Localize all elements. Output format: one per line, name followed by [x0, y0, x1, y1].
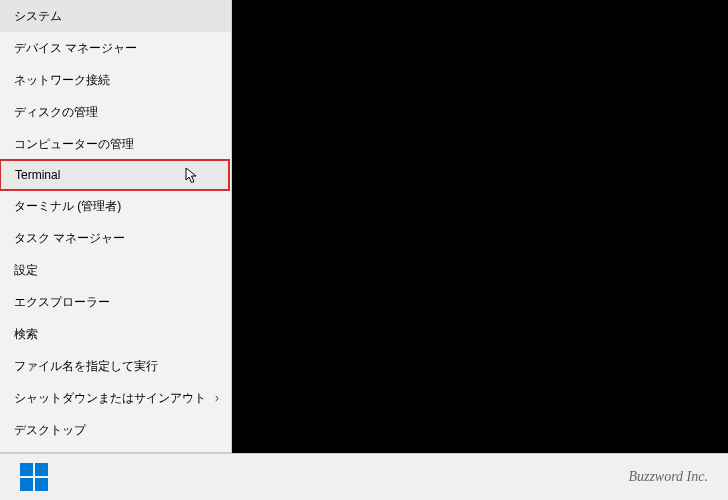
menu-item-label: 設定 [14, 262, 38, 279]
menu-item-label: ディスクの管理 [14, 104, 98, 121]
menu-item-disk-management[interactable]: ディスクの管理 [0, 96, 231, 128]
menu-item-label: 検索 [14, 326, 38, 343]
menu-item-label: デバイス マネージャー [14, 40, 137, 57]
menu-item-shutdown-signout[interactable]: シャットダウンまたはサインアウト › [0, 382, 231, 414]
taskbar: Buzzword Inc. [0, 453, 728, 500]
chevron-right-icon: › [215, 391, 219, 405]
windows-logo-icon [35, 478, 48, 491]
menu-item-desktop[interactable]: デスクトップ [0, 414, 231, 446]
brand-label: Buzzword Inc. [628, 469, 708, 485]
menu-item-search[interactable]: 検索 [0, 318, 231, 350]
menu-item-task-manager[interactable]: タスク マネージャー [0, 222, 231, 254]
menu-item-computer-management[interactable]: コンピューターの管理 [0, 128, 231, 160]
start-button[interactable] [20, 463, 48, 491]
windows-logo-icon [20, 478, 33, 491]
menu-item-label: シャットダウンまたはサインアウト [14, 390, 206, 407]
menu-item-label: システム [14, 8, 62, 25]
menu-item-label: ターミナル (管理者) [14, 198, 121, 215]
menu-item-label: エクスプローラー [14, 294, 110, 311]
menu-item-explorer[interactable]: エクスプローラー [0, 286, 231, 318]
menu-item-terminal[interactable]: Terminal [0, 159, 230, 191]
menu-item-label: デスクトップ [14, 422, 86, 439]
menu-item-run[interactable]: ファイル名を指定して実行 [0, 350, 231, 382]
menu-item-label: Terminal [15, 168, 60, 182]
menu-item-settings[interactable]: 設定 [0, 254, 231, 286]
menu-item-label: ファイル名を指定して実行 [14, 358, 158, 375]
winx-context-menu: システム デバイス マネージャー ネットワーク接続 ディスクの管理 コンピュータ… [0, 0, 232, 453]
menu-item-label: タスク マネージャー [14, 230, 125, 247]
menu-item-device-manager[interactable]: デバイス マネージャー [0, 32, 231, 64]
menu-item-label: コンピューターの管理 [14, 136, 134, 153]
windows-logo-icon [20, 463, 33, 476]
menu-item-label: ネットワーク接続 [14, 72, 110, 89]
menu-item-terminal-admin[interactable]: ターミナル (管理者) [0, 190, 231, 222]
menu-item-network-connections[interactable]: ネットワーク接続 [0, 64, 231, 96]
menu-item-system[interactable]: システム [0, 0, 231, 32]
windows-logo-icon [35, 463, 48, 476]
